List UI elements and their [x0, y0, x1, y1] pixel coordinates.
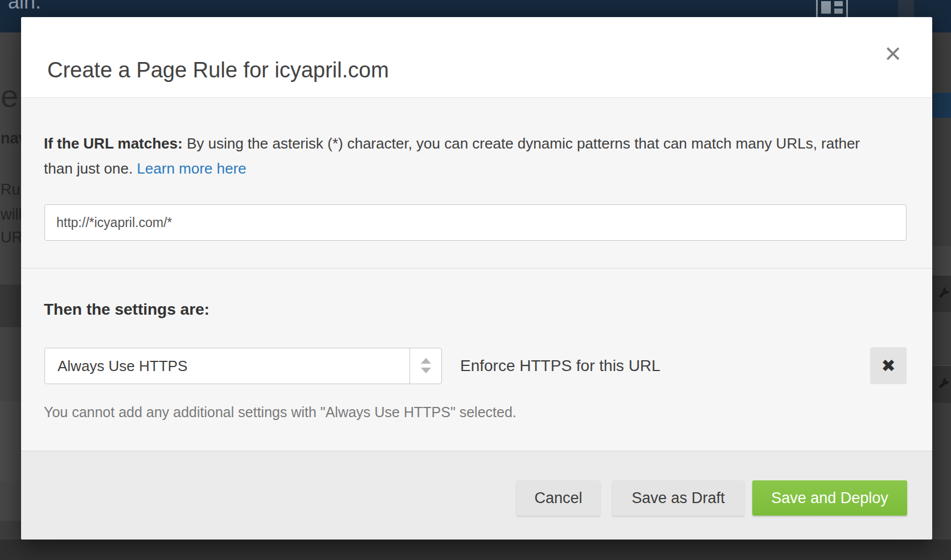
dimmed-blue-button-fragment	[932, 93, 951, 118]
wrench-icon	[936, 286, 951, 300]
rule-row-fragment	[932, 275, 951, 312]
settings-heading: Then the settings are:	[44, 300, 210, 319]
page-heading-fragment: e	[1, 77, 18, 114]
url-match-description: If the URL matches: By using the asteris…	[44, 131, 887, 181]
dimmed-page-left-edge: e nav Ru will UR	[0, 32, 21, 560]
modal-title: Create a Page Rule for icyapril.com	[47, 58, 389, 83]
topbar-partial-text: ain.	[8, 0, 41, 14]
modal-footer: Cancel Save as Draft Save and Deploy	[21, 451, 932, 540]
chevron-up-icon	[421, 358, 431, 364]
save-as-draft-button[interactable]: Save as Draft	[612, 480, 744, 516]
setting-select[interactable]: Always Use HTTPS	[44, 348, 442, 384]
modal-header: Create a Page Rule for icyapril.com ×	[21, 17, 932, 98]
remove-setting-button[interactable]: ✖	[870, 347, 907, 384]
page-text-fragment-nav: nav	[1, 130, 21, 147]
settings-helper-text: You cannot add any additional settings w…	[44, 404, 517, 421]
select-stepper-icon[interactable]	[409, 348, 441, 384]
section-divider	[21, 268, 932, 269]
setting-description-label: Enforce HTTPS for this URL	[460, 348, 661, 384]
learn-more-link[interactable]: Learn more here	[137, 160, 246, 177]
page-text-fragment-ur: UR	[1, 229, 21, 246]
chevron-down-icon	[421, 368, 431, 373]
close-icon[interactable]: ×	[878, 38, 908, 69]
wrench-icon	[936, 376, 951, 391]
dimmed-page-bottom-edge	[0, 540, 951, 560]
dimmed-page-right-edge	[932, 32, 951, 560]
page-text-fragment-will: will	[1, 206, 21, 224]
rule-row-fragment	[932, 365, 951, 403]
save-and-deploy-button[interactable]: Save and Deploy	[752, 480, 907, 516]
url-pattern-input[interactable]	[44, 204, 907, 241]
cancel-button[interactable]: Cancel	[517, 480, 600, 516]
url-match-lead: If the URL matches:	[44, 135, 183, 152]
setting-select-value: Always Use HTTPS	[58, 348, 187, 384]
page-text-fragment-ru: Ru	[1, 181, 21, 199]
grid-view-icon[interactable]	[816, 0, 848, 19]
create-page-rule-modal: Create a Page Rule for icyapril.com × If…	[21, 17, 932, 540]
footer-buttons: Cancel Save as Draft Save and Deploy	[517, 480, 907, 516]
